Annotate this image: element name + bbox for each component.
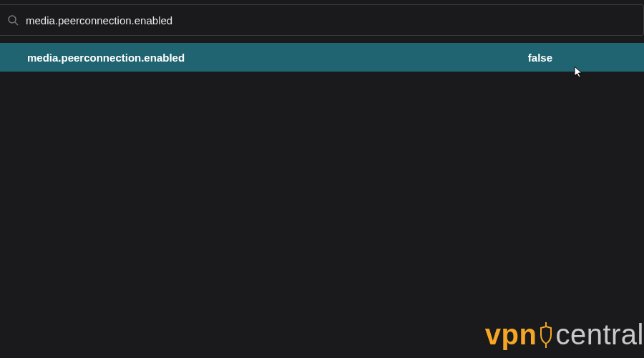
preference-name: media.peerconnection.enabled (27, 52, 528, 64)
svg-point-0 (9, 16, 16, 23)
svg-line-1 (15, 22, 18, 25)
watermark-text-central: central (555, 319, 644, 351)
watermark-logo: vpn central (485, 319, 644, 351)
search-input[interactable] (26, 14, 636, 26)
preference-row[interactable]: media.peerconnection.enabled false (0, 43, 644, 72)
watermark-text-vpn: vpn (485, 319, 537, 351)
preference-search-bar[interactable] (0, 4, 644, 36)
shield-icon (538, 322, 554, 348)
search-icon (7, 14, 19, 26)
preference-value: false (528, 52, 631, 64)
